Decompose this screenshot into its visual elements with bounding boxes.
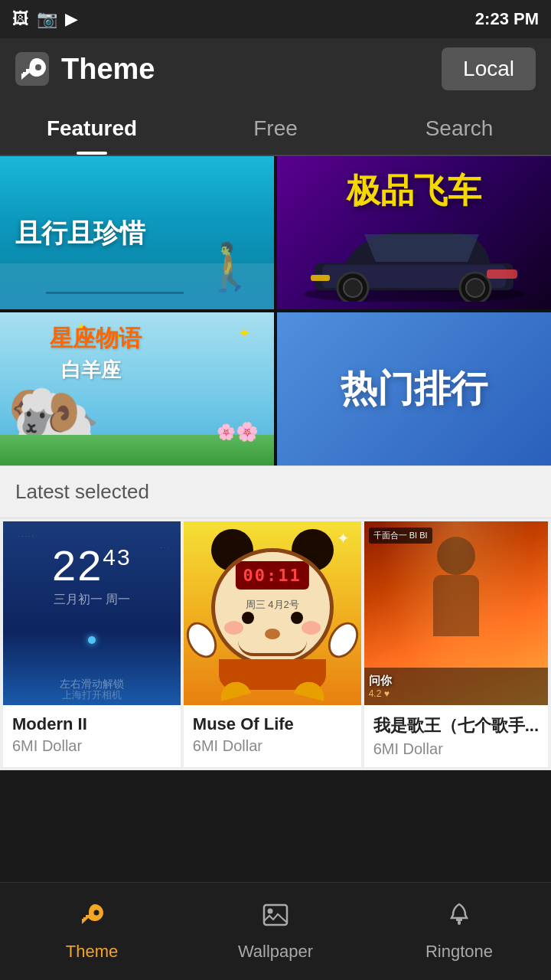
item4-text: 热门排行 — [341, 364, 487, 413]
tab-bar: Featured Free Search — [0, 100, 551, 156]
latest-section-title: Latest selected — [0, 466, 551, 518]
ringtone-nav-icon — [445, 901, 473, 936]
featured-item-1[interactable]: 且行且珍惜 🚶 — [0, 156, 274, 309]
app-header: Theme Local — [0, 38, 551, 100]
nav-item-ringtone[interactable]: Ringtone — [367, 883, 551, 980]
latest-item-1[interactable]: · · · · · · · · 2243 三月初一 周一 左右滑动解锁 上海打开… — [3, 521, 181, 767]
featured-item-4[interactable]: 热门排行 — [277, 312, 551, 466]
item3-text1: 星座物语 — [50, 323, 142, 354]
latest-price-3: 6MI Dollar — [373, 740, 539, 758]
svg-point-16 — [458, 922, 461, 925]
item3-text2: 白羊座 — [61, 357, 121, 384]
latest-info-1: Modern II 6MI Dollar — [3, 705, 181, 764]
nav-item-theme[interactable]: Theme — [0, 883, 184, 980]
latest-info-2: Muse Of Life 6MI Dollar — [184, 705, 361, 764]
latest-thumb-1: · · · · · · · · 2243 三月初一 周一 左右滑动解锁 上海打开… — [3, 521, 181, 705]
play-icon: ▶ — [65, 9, 78, 29]
ringtone-nav-label: Ringtone — [425, 942, 493, 962]
nav-item-wallpaper[interactable]: Wallpaper — [184, 883, 367, 980]
wallpaper-nav-label: Wallpaper — [238, 942, 313, 962]
svg-point-6 — [344, 279, 362, 297]
main-content: 且行且珍惜 🚶 极品飞车 — [0, 156, 551, 770]
bottom-nav: Theme Wallpaper Ringtone — [0, 882, 551, 980]
svg-rect-14 — [456, 918, 462, 921]
header-title: Theme — [61, 53, 442, 86]
status-bar: 🖼 📷 ▶ 2:23 PM — [0, 0, 551, 38]
singer-badge: 千面合一 BI BI — [369, 528, 432, 544]
item2-text: 极品飞车 — [277, 168, 551, 214]
latest-name-3: 我是歌王（七个歌手... — [373, 714, 539, 737]
latest-item-3[interactable]: 千面合一 BI BI 问你 4.2 ♥ 我是歌王（七个歌手... 6MI Dol… — [364, 521, 548, 767]
theme-nav-icon — [78, 901, 106, 936]
status-time: 2:23 PM — [475, 9, 539, 29]
tab-free[interactable]: Free — [184, 100, 367, 155]
theme-nav-label: Theme — [66, 942, 118, 962]
latest-price-1: 6MI Dollar — [12, 737, 171, 755]
svg-point-11 — [94, 910, 99, 916]
latest-item-2[interactable]: 00:11 周三 4月2号 — [184, 521, 361, 767]
instagram-icon: 📷 — [37, 9, 57, 29]
car-svg — [299, 217, 529, 302]
theme-key-icon — [15, 52, 49, 86]
latest-name-2: Muse Of Life — [193, 714, 352, 734]
latest-grid: · · · · · · · · 2243 三月初一 周一 左右滑动解锁 上海打开… — [0, 518, 551, 770]
latest-price-2: 6MI Dollar — [193, 737, 352, 755]
tab-featured[interactable]: Featured — [0, 100, 184, 155]
latest-thumb-3: 千面合一 BI BI 问你 4.2 ♥ — [364, 521, 548, 705]
svg-point-8 — [466, 279, 484, 297]
item1-text: 且行且珍惜 — [15, 216, 145, 250]
tab-search[interactable]: Search — [367, 100, 551, 155]
photo-icon: 🖼 — [12, 9, 29, 29]
svg-point-13 — [268, 909, 273, 914]
wallpaper-nav-icon — [262, 901, 289, 936]
svg-rect-10 — [311, 275, 330, 281]
svg-rect-9 — [487, 270, 517, 279]
featured-grid: 且行且珍惜 🚶 极品飞车 — [0, 156, 551, 466]
featured-item-2[interactable]: 极品飞车 — [277, 156, 551, 309]
featured-item-3[interactable]: ✦ ✦ ✦ 星座物语 白羊座 🐏 🌸 🌸 — [0, 312, 274, 466]
latest-thumb-2: 00:11 周三 4月2号 — [184, 521, 361, 705]
latest-name-1: Modern II — [12, 714, 171, 734]
svg-point-1 — [35, 64, 41, 70]
status-icons: 🖼 📷 ▶ — [12, 9, 78, 29]
latest-info-3: 我是歌王（七个歌手... 6MI Dollar — [364, 705, 548, 767]
local-button[interactable]: Local — [442, 47, 536, 90]
svg-rect-12 — [264, 905, 287, 925]
